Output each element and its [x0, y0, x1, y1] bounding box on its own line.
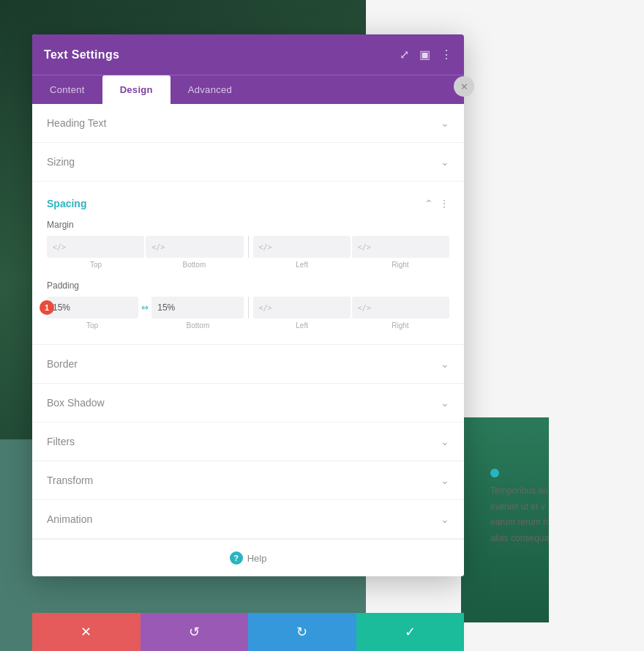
col-label-bottom: Bottom	[145, 261, 243, 269]
padding-right-field[interactable]: </>	[352, 297, 449, 319]
padding-top-field[interactable]: 15%	[47, 297, 138, 319]
more-spacing-icon[interactable]: ⋮	[439, 198, 449, 209]
heading-text-label: Heading Text	[47, 117, 106, 129]
tabs-bar: Content Design Advanced	[32, 75, 464, 104]
section-transform[interactable]: Transform ⌄	[32, 461, 464, 500]
col-label-top: Top	[47, 321, 138, 330]
col-label-top: Top	[47, 261, 145, 269]
spacing-header-icons: ⌃ ⋮	[424, 198, 449, 209]
chevron-down-icon: ⌄	[441, 475, 449, 486]
undo-button[interactable]: ↺	[141, 613, 249, 651]
padding-bottom-value: 15%	[157, 302, 175, 313]
right-text: Temporibus au eveniet ut et v earum reru…	[490, 483, 637, 546]
header-icons: ⤢ ▣ ⋮	[400, 49, 452, 61]
close-button[interactable]: ✕	[454, 76, 474, 97]
save-button[interactable]: ✓	[356, 613, 465, 651]
margin-left-field[interactable]: </>	[253, 236, 351, 258]
box-shadow-label: Box Shadow	[47, 397, 105, 409]
code-icon: </>	[259, 304, 272, 312]
padding-badge: 1	[40, 300, 54, 315]
section-animation[interactable]: Animation ⌄	[32, 500, 464, 539]
modal-header: Text Settings ⤢ ▣ ⋮	[32, 34, 464, 75]
help-label: Help	[247, 553, 267, 564]
code-icon: </>	[151, 243, 165, 251]
col-label-right: Right	[351, 261, 449, 269]
redo-button[interactable]: ↻	[248, 613, 356, 651]
chevron-up-icon[interactable]: ⌃	[424, 198, 433, 209]
more-options-icon[interactable]: ⋮	[441, 49, 452, 61]
padding-left-field[interactable]: </>	[253, 297, 351, 319]
col-label-left: Left	[253, 321, 351, 330]
padding-top-value: 15%	[53, 302, 70, 313]
section-filters[interactable]: Filters ⌄	[32, 423, 464, 461]
margin-group: Margin </> </>	[47, 220, 449, 269]
filters-label: Filters	[47, 436, 75, 447]
help-icon: ?	[230, 551, 243, 565]
col-label-bottom: Bottom	[152, 321, 243, 330]
margin-top-field[interactable]: </>	[47, 236, 144, 258]
sizing-label: Sizing	[47, 156, 75, 168]
padding-group: Padding 1 15% ⇔	[47, 280, 449, 330]
col-label-right: Right	[351, 321, 449, 330]
margin-bottom-field[interactable]: </>	[146, 236, 243, 258]
right-panel-content: Temporibus au eveniet ut et v earum reru…	[490, 469, 637, 546]
cancel-button[interactable]: ✕	[32, 613, 141, 651]
chevron-down-icon: ⌄	[441, 156, 449, 168]
padding-label: Padding	[47, 280, 449, 291]
chevron-down-icon: ⌄	[441, 358, 449, 370]
modal-title: Text Settings	[44, 48, 119, 62]
col-label-left: Left	[253, 261, 351, 269]
spacing-header: Spacing ⌃ ⋮	[47, 185, 449, 220]
code-icon: </>	[358, 304, 371, 312]
chevron-down-icon: ⌄	[441, 436, 449, 447]
vertical-divider	[248, 297, 249, 319]
code-icon: </>	[53, 243, 66, 251]
section-sizing[interactable]: Sizing ⌄	[32, 143, 464, 182]
tab-advanced[interactable]: Advanced	[171, 75, 250, 104]
margin-label: Margin	[47, 220, 449, 230]
code-icon: </>	[358, 243, 371, 251]
chevron-down-icon: ⌄	[441, 397, 449, 409]
tab-design[interactable]: Design	[102, 75, 171, 104]
help-button[interactable]: ? Help	[230, 551, 267, 565]
section-border[interactable]: Border ⌄	[32, 345, 464, 384]
code-icon: </>	[259, 243, 272, 251]
split-icon[interactable]: ▣	[419, 49, 430, 61]
vertical-divider	[248, 236, 249, 258]
border-label: Border	[47, 358, 78, 370]
text-settings-modal: Text Settings ⤢ ▣ ⋮ Content Design Advan…	[32, 34, 464, 576]
tab-content[interactable]: Content	[32, 75, 102, 104]
animation-label: Animation	[47, 513, 92, 525]
chevron-down-icon: ⌄	[441, 117, 449, 129]
transform-label: Transform	[47, 475, 93, 486]
action-bar: ✕ ↺ ↻ ✓	[32, 613, 464, 651]
expand-icon[interactable]: ⤢	[400, 49, 409, 61]
link-icon[interactable]: ⇔	[140, 302, 150, 313]
chevron-down-icon: ⌄	[441, 513, 449, 525]
section-box-shadow[interactable]: Box Shadow ⌄	[32, 384, 464, 423]
section-spacing: Spacing ⌃ ⋮ Margin </>	[32, 182, 464, 345]
modal-footer: ? Help	[32, 539, 464, 576]
padding-bottom-field[interactable]: 15%	[151, 297, 243, 319]
dot-icon	[490, 469, 499, 477]
section-heading-text[interactable]: Heading Text ⌄	[32, 104, 464, 143]
margin-right-field[interactable]: </>	[352, 236, 449, 258]
modal-body: Heading Text ⌄ Sizing ⌄ Spacing ⌃ ⋮ Marg…	[32, 104, 464, 576]
spacing-title: Spacing	[47, 198, 86, 209]
